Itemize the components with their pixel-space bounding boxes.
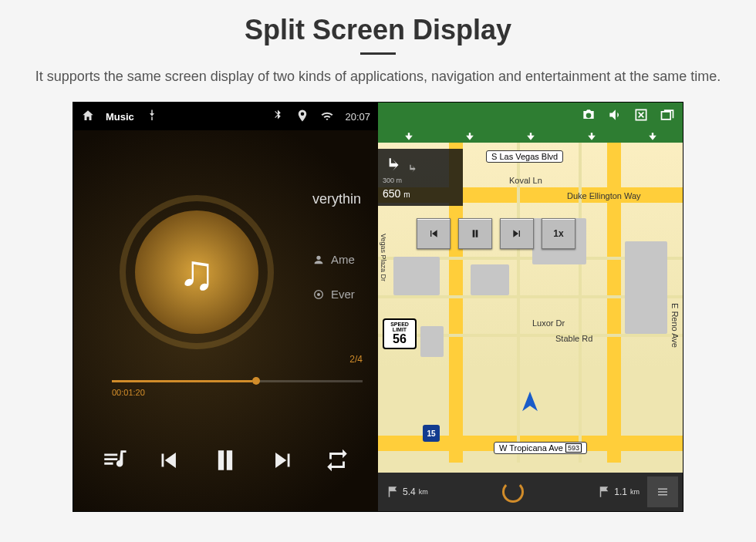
trip-distance-right[interactable]: 1.1 km (589, 485, 647, 499)
arrow-down-icon (526, 132, 535, 141)
speed-limit-sign: SPEED LIMIT 56 (383, 318, 417, 349)
flag-icon (386, 485, 400, 499)
pause-button[interactable] (208, 443, 242, 480)
distance-value: 1.1 (614, 486, 627, 497)
street-label: Luxor Dr (532, 318, 565, 328)
track-title: verythin (312, 191, 361, 207)
building (420, 326, 444, 357)
queue-button[interactable] (101, 447, 127, 476)
page-title: Split Screen Display (35, 14, 721, 46)
speed-limit-value: 56 (384, 332, 415, 346)
usb-icon (145, 109, 159, 125)
music-panel: Music 20:07 ♫ verythin Ame Ever (73, 103, 378, 511)
distance-unit: km (419, 488, 428, 496)
interstate-shield: 15 (423, 425, 440, 442)
wifi-icon (320, 109, 334, 125)
close-app-icon[interactable] (633, 107, 649, 126)
arrow-down-icon (404, 132, 413, 141)
street-name: W Tropicana Ave (499, 443, 563, 453)
sim-next-button[interactable] (500, 218, 534, 249)
track-index: 2/4 (349, 354, 363, 365)
artist-name: Ame (331, 253, 355, 266)
route-shield: 593 (565, 443, 582, 453)
sim-prev-button[interactable] (417, 218, 451, 249)
trip-distance-left[interactable]: 5.4 km (378, 485, 436, 499)
system-tray (378, 103, 683, 130)
album-row: Ever (312, 288, 355, 301)
street-label: Koval Ln (509, 176, 542, 185)
music-note-icon: ♫ (178, 244, 215, 301)
lane-guidance (378, 130, 683, 143)
page-subtitle: It supports the same screen display of t… (35, 67, 721, 86)
arrow-down-icon (587, 132, 596, 141)
screenshot-icon[interactable] (581, 107, 596, 126)
person-icon (312, 254, 325, 266)
secondary-distance: 300 m (383, 177, 458, 184)
next-button[interactable] (270, 447, 296, 476)
building (393, 257, 440, 295)
vehicle-cursor (517, 389, 543, 419)
album-name: Ever (331, 288, 355, 301)
street-label-main: S Las Vegas Blvd (486, 150, 563, 163)
elapsed-time: 00:01:20 (112, 388, 145, 397)
location-icon (295, 109, 309, 125)
home-icon[interactable] (81, 109, 95, 125)
turn-right-icon (406, 163, 418, 175)
progress-bar[interactable]: 2/4 00:01:20 (112, 380, 363, 382)
primary-distance: 650 (383, 187, 400, 200)
loading-indicator (436, 481, 590, 503)
street-label: Stable Rd (555, 334, 592, 343)
speed-limit-label: SPEED LIMIT (384, 321, 415, 332)
street-label: Duke Ellington Way (567, 191, 641, 200)
building (471, 264, 509, 295)
turn-instruction: 300 m 650 m (378, 149, 463, 206)
prev-button[interactable] (155, 447, 181, 476)
turn-left-icon (383, 155, 403, 175)
artist-row: Ame (312, 253, 355, 266)
navigation-panel: S Las Vegas Blvd W Tropicana Ave 593 Kov… (378, 103, 683, 511)
menu-icon (656, 485, 670, 499)
title-underline (360, 52, 396, 55)
bluetooth-icon (271, 109, 285, 125)
split-screen-device: Music 20:07 ♫ verythin Ame Ever (73, 103, 683, 511)
street-label-bottom: W Tropicana Ave 593 (494, 442, 587, 454)
sim-pause-button[interactable] (458, 218, 492, 249)
volume-icon[interactable] (607, 107, 623, 126)
street-label: E Reno Ave (670, 303, 680, 348)
arrow-down-icon (465, 132, 474, 141)
clock-text: 20:07 (345, 111, 370, 123)
arrow-down-icon (648, 132, 657, 141)
repeat-button[interactable] (324, 447, 350, 476)
album-art-disc: ♫ (120, 195, 274, 349)
status-bar: Music 20:07 (73, 103, 378, 130)
primary-distance-unit: m (403, 190, 410, 199)
sim-controls: 1x (417, 218, 575, 249)
sim-speed-button[interactable]: 1x (542, 218, 575, 249)
svg-point-1 (318, 293, 320, 295)
menu-button[interactable] (647, 476, 678, 507)
building (625, 241, 667, 334)
player-controls (73, 443, 378, 480)
flag-icon (597, 485, 611, 499)
distance-unit: km (630, 488, 640, 496)
distance-value: 5.4 (403, 486, 416, 497)
nav-bottom-bar: 5.4 km 1.1 km (378, 473, 683, 511)
disc-icon (312, 288, 325, 301)
street-label: Vegas Plaza Dr (380, 234, 387, 281)
app-name: Music (106, 111, 134, 123)
recents-icon[interactable] (660, 107, 675, 126)
